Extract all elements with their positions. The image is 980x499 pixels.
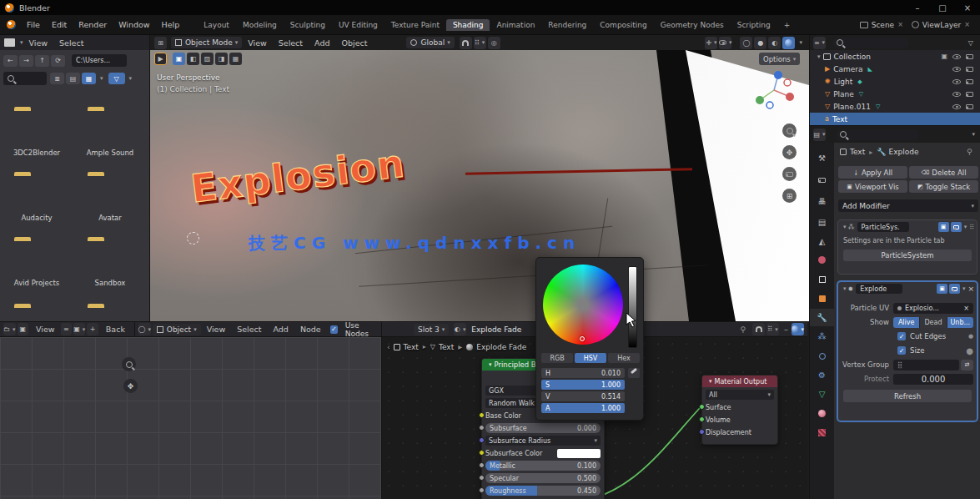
transform-orientation-dropdown[interactable]: Global ▾: [406, 37, 454, 48]
outliner-filter-icon[interactable]: ▽: [968, 39, 973, 47]
protect-value-field[interactable]: 0.000: [893, 374, 973, 385]
outliner-row-camera[interactable]: ▶ Camera ◣: [810, 63, 980, 75]
close-button[interactable]: ×: [955, 0, 980, 15]
path-dropdown[interactable]: C:\Users...: [72, 54, 127, 67]
blender-menu-icon[interactable]: [7, 20, 16, 29]
material-name[interactable]: Explode Fade: [471, 325, 521, 334]
slot-dropdown[interactable]: Slot 3▾: [414, 324, 449, 335]
shading-material-icon[interactable]: ◐: [768, 37, 781, 49]
tab-output[interactable]: 🖶: [810, 193, 834, 210]
cut-edges-checkbox[interactable]: ✓: [897, 332, 906, 340]
pan-hand-icon[interactable]: ✥: [782, 145, 797, 159]
target-dropdown[interactable]: All▾: [706, 390, 774, 400]
outliner-row-light[interactable]: ✺ Light ◆: [810, 75, 980, 88]
displacement-socket[interactable]: [699, 429, 705, 435]
show-viewport-toggle[interactable]: ▣: [938, 222, 949, 232]
tab-object-data[interactable]: ▽: [810, 386, 834, 403]
tab-layout[interactable]: Layout: [197, 19, 236, 31]
apply-all-button[interactable]: ⭳Apply All: [838, 166, 907, 179]
tab-constraints[interactable]: ⚙: [810, 366, 834, 384]
viewport-menu-add[interactable]: Add: [309, 37, 335, 49]
breadcrumb-object[interactable]: Text: [850, 148, 865, 156]
surface-socket[interactable]: [699, 404, 705, 410]
folder-label[interactable]: Ample Sound: [73, 149, 147, 157]
properties-search-input[interactable]: [836, 129, 919, 140]
viewport-3d[interactable]: Explosion 技艺CG www.qdnxxfb.cn ⊞ Object M…: [150, 35, 809, 321]
scene-unlink-icon[interactable]: ×: [897, 21, 903, 28]
tab-hex[interactable]: Hex: [608, 353, 640, 363]
options-dropdown[interactable]: Options▾: [759, 53, 800, 65]
backdrop-sphere-icon[interactable]: ▾: [792, 323, 804, 335]
mode-toggle-icon[interactable]: ▨: [201, 53, 214, 65]
shader-menu-select[interactable]: Select: [231, 323, 267, 335]
delete-all-button[interactable]: ⌫Delete All: [909, 166, 978, 179]
editor-type-icon[interactable]: 🗀▾: [3, 323, 16, 335]
view-layer-selector[interactable]: ViewLayer ×: [912, 21, 970, 29]
modifier-name-field[interactable]: Explode: [856, 284, 902, 294]
plus-icon[interactable]: +: [87, 323, 98, 335]
color-wheel[interactable]: [543, 265, 623, 345]
base-color-socket[interactable]: [479, 412, 485, 418]
zoom-icon[interactable]: [122, 357, 136, 371]
tab-sculpting[interactable]: Sculpting: [284, 19, 332, 31]
eyedropper-icon[interactable]: [628, 368, 640, 378]
list-view-icon[interactable]: ≣: [50, 73, 64, 84]
show-render-toggle[interactable]: [951, 222, 962, 232]
add-workspace-button[interactable]: +: [777, 19, 797, 31]
editor-type-icon[interactable]: ⊞: [154, 37, 167, 49]
folder-label[interactable]: Avid Projects: [0, 279, 73, 287]
hamburger-icon[interactable]: ≡: [61, 323, 73, 335]
camera-view-icon[interactable]: [782, 167, 797, 181]
tab-compositing[interactable]: Compositing: [593, 19, 653, 31]
tab-scene[interactable]: ◭: [810, 233, 834, 250]
mode-toggle-icon[interactable]: ▣: [173, 53, 185, 65]
tab-geometry-nodes[interactable]: Geometry Nodes: [654, 19, 731, 31]
snap-target-icon[interactable]: ⠿▾: [474, 37, 486, 49]
hide-eye-icon[interactable]: [952, 79, 961, 84]
tab-modifiers[interactable]: 🔧: [810, 309, 834, 326]
node-grid-background[interactable]: [0, 337, 381, 499]
modifier-name-field[interactable]: ParticleSys.: [857, 222, 909, 232]
pin-icon[interactable]: ⚲: [967, 148, 972, 156]
show-gizmo-icon[interactable]: ✛▾: [705, 37, 717, 49]
refresh-icon[interactable]: ⟳: [51, 55, 65, 67]
metallic-slider[interactable]: Metallic0.100: [485, 461, 601, 471]
subsurface-socket[interactable]: [479, 425, 485, 431]
up-icon[interactable]: ↑: [35, 55, 49, 67]
saturation-slider[interactable]: S1.000: [541, 380, 625, 390]
volume-socket[interactable]: [699, 416, 705, 422]
viewport-vis-button[interactable]: ▣Viewport Vis: [838, 180, 907, 193]
tab-view-layer[interactable]: ▤: [810, 214, 834, 231]
hide-eye-icon[interactable]: [952, 67, 961, 72]
exclude-checkbox-icon[interactable]: ▣: [941, 53, 947, 60]
tab-render[interactable]: [810, 171, 834, 189]
hue-slider[interactable]: H0.010: [541, 368, 625, 378]
viewport-menu-object[interactable]: Object: [335, 37, 373, 49]
show-viewport-toggle[interactable]: ▣: [937, 284, 947, 294]
tab-shading[interactable]: Shading: [446, 19, 490, 31]
particle-system-button[interactable]: ParticleSystem: [843, 250, 972, 261]
mode-toggle-icon[interactable]: ◨: [215, 53, 228, 65]
remove-modifier-icon[interactable]: ×: [967, 285, 974, 293]
active-tool-icon[interactable]: ▶: [154, 53, 167, 65]
zoom-icon[interactable]: [782, 123, 797, 138]
menu-file[interactable]: File: [21, 18, 46, 31]
back-button[interactable]: Back: [100, 323, 131, 335]
specular-slider[interactable]: Specular0.500: [485, 473, 601, 483]
tab-material[interactable]: [810, 405, 834, 422]
alpha-slider[interactable]: A1.000: [541, 403, 625, 413]
snap-magnet-icon[interactable]: [752, 323, 765, 335]
tab-rgb[interactable]: RGB: [541, 353, 573, 363]
vertex-group-field[interactable]: ⣿: [893, 360, 959, 370]
shading-solid-icon[interactable]: ●: [754, 37, 766, 49]
search-input[interactable]: [3, 72, 47, 85]
image-dropdown-icon[interactable]: ▣▾: [73, 323, 85, 335]
navigation-gizmo[interactable]: [752, 68, 796, 112]
snap-magnet-icon[interactable]: [460, 37, 472, 49]
menu-window[interactable]: Window: [113, 18, 155, 31]
tab-tool[interactable]: ⚒: [810, 149, 834, 167]
shader-type-dropdown[interactable]: Object▾: [153, 324, 201, 335]
tab-world[interactable]: [810, 251, 834, 269]
thumbnail-view-icon[interactable]: ▦: [82, 73, 96, 84]
value-slider[interactable]: [628, 266, 637, 348]
